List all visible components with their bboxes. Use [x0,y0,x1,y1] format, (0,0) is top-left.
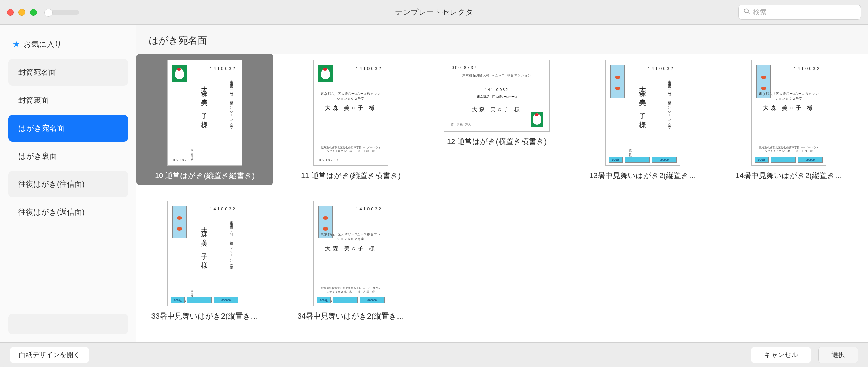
thumb-sender: 依 名 株 理人 [611,147,632,156]
bluebar-right: 000000 [360,297,385,303]
sidebar-placeholder [8,314,128,334]
template-cell[interactable]: 1410032 東京都品川区大崎○ー△ー□ 桜台マンション六〇二号室 大森 美○… [136,54,273,185]
thumb-recipient-address: 東京都品川区大崎○ー△ー□ 桜台マンション六〇二号室 [229,78,234,124]
stamp-icon [531,112,543,127]
template-label: 33暑中見舞いはがき2(縦置き… [151,311,258,321]
bluebar-mid [771,157,796,163]
zoom-window-button[interactable] [30,9,37,16]
thumb-recipient-name: 大森 美○子 様 [752,104,826,112]
sidebar-item-envelope-address[interactable]: 封筒宛名面 [8,59,128,86]
close-window-button[interactable] [7,9,14,16]
thumb-bluebar: 000組 000000 [317,297,385,303]
thumb-recipient-address: 東京都品川区大崎○ー□△ー□ [444,94,549,99]
thumb-bluebar: 000組 000000 [609,157,677,163]
titlebar: テンプレートセレクタ [0,0,868,25]
sidebar-favorites-label: お気に入り [24,39,62,49]
sidebar-item-envelope-back[interactable]: 封筒裏面 [8,87,128,114]
title-slider[interactable] [45,10,79,15]
template-thumb: 1410032 東京都品川区大崎〇ー□△ー□ 桜台マンション６０２号室 大森 美… [313,60,388,166]
thumb-sender-zip: 0608737 [319,158,339,162]
svg-line-1 [748,12,750,14]
bluebar-right: 000000 [798,157,823,163]
thumb-recipient-zip: 1410032 [209,66,236,71]
template-label: 10 通常はがき(縦置き縦書き) [155,171,255,181]
sidebar-item-label: 封筒裏面 [18,95,48,105]
sidebar-item-postcard-address[interactable]: はがき宛名面 [8,115,128,142]
footer: 白紙デザインを開く キャンセル 選択 [0,342,868,367]
template-cell[interactable]: 1410032 東京都品川区大崎〇ー□△ー□ 桜台マンション６０２号室 大森 美… [283,54,419,185]
thumb-bluebar: 000組 000000 [755,157,823,163]
sidebar-item-label: 往復はがき(返信面) [18,207,85,217]
bluebar-right: 000000 [214,297,238,303]
template-cell[interactable]: 060-8737 東京都品川区大崎○－△－□ 桜台マンション 141-0032 … [429,54,565,185]
main-area: ★ お気に入り 封筒宛名面 封筒裏面 はがき宛名面 はがき裏面 往復はがき(往信… [0,25,868,342]
template-grid: 1410032 東京都品川区大崎○ー△ー□ 桜台マンション六〇二号室 大森 美○… [136,54,868,342]
bluebar-left: 000組 [755,157,769,163]
template-cell[interactable]: 1410032 東京都品川区大崎〇ー□△ー□ 桜台マンション６０２号室 大森 美… [721,54,857,185]
sidebar: ★ お気に入り 封筒宛名面 封筒裏面 はがき宛名面 はがき裏面 往復はがき(往信… [0,25,136,342]
sidebar-item-label: 封筒宛名面 [18,67,56,77]
thumb-recipient-name: 大森 美○子 様 [314,104,388,112]
thumb-recipient-name: 大森 美○子 様 [200,81,209,119]
template-thumb: 1410032 東京都品川区大崎〇ー□△ー□ 桜台マンション６０２号室 大森 美… [313,201,388,306]
stamp-icon [318,65,333,82]
template-cell[interactable]: 1410032 東京都品川区大崎○ー△ー□ 桜台マンション六〇二号室 大森 美○… [575,54,711,185]
thumb-top-zip: 060-8737 [452,65,477,70]
template-cell[interactable]: 1410032 東京都品川区大崎○ー△ー□ 桜台マンション六〇二号室 大森 美○… [136,194,273,325]
goldfish-icon [610,65,625,98]
template-label: 14暑中見舞いはがき2(縦置き… [735,171,842,181]
thumb-sender: 北海道札幌市北区北七条西５丁目○○○ ノースウィング１１０２ 宛 名 職 人 様… [752,146,826,153]
thumb-sender: 依 名 株 理人 [173,147,193,156]
svg-point-0 [744,9,749,13]
sidebar-item-label: はがき宛名面 [18,123,64,133]
thumb-recipient-zip: 1410032 [356,66,382,71]
sidebar-favorites[interactable]: ★ お気に入り [8,33,128,58]
bluebar-right: 000000 [652,157,677,163]
thumb-recipient-address: 東京都品川区大崎〇ー□△ー□ 桜台マンション６０２号室 [314,232,388,241]
bluebar-mid [625,157,650,163]
blank-design-button[interactable]: 白紙デザインを開く [10,347,89,363]
thumb-bluebar: 000組 000000 [171,297,238,303]
search-icon [743,8,750,17]
cancel-button[interactable]: キャンセル [751,347,811,363]
bluebar-left: 000組 [171,297,185,303]
template-label: 12 通常はがき(横置き横書き) [447,136,547,147]
bluebar-mid [187,297,212,303]
window-title: テンプレートセレクタ [395,7,473,17]
thumb-recipient-address: 東京都品川区大崎〇ー□△ー□ 桜台マンション６０２号室 [752,92,826,101]
thumb-sender: 依 名 株 理人 [451,123,471,127]
template-label: 11 通常はがき(縦置き横書き) [301,171,401,181]
bluebar-left: 000組 [609,157,623,163]
traffic-lights [7,9,37,16]
bluebar-mid [333,297,358,303]
thumb-sender: 依 名 株 理人 [173,288,193,296]
sidebar-item-postcard-back[interactable]: はがき裏面 [8,143,128,170]
search-input[interactable] [753,8,856,16]
sidebar-item-reply-outgoing[interactable]: 往復はがき(往信面) [8,171,128,197]
thumb-recipient-address: 東京都品川区大崎○ー△ー□ 桜台マンション六〇二号室 [229,219,234,264]
thumb-recipient-zip: 141-0032 [444,88,549,92]
content-panel: はがき宛名面 1410032 東京都品川区大崎○ー△ー□ 桜台マンション六〇二号… [136,25,868,342]
sidebar-item-label: 往復はがき(往信面) [18,179,85,189]
thumb-recipient-name: 大森 美○子 様 [200,221,209,260]
thumb-sender: 北海道札幌市北区北七条西５丁目○○○ ノースウィング１１０２ 宛 名 職 人 様… [314,146,388,153]
star-icon: ★ [12,39,20,49]
template-thumb: 1410032 東京都品川区大崎○ー△ー□ 桜台マンション六〇二号室 大森 美○… [167,60,242,166]
template-cell[interactable]: 1410032 東京都品川区大崎〇ー□△ー□ 桜台マンション６０２号室 大森 美… [283,194,419,325]
template-label: 13暑中見舞いはがき2(縦置き… [589,171,696,181]
template-thumb: 1410032 東京都品川区大崎○ー△ー□ 桜台マンション六〇二号室 大森 美○… [605,60,680,166]
search-box[interactable] [738,5,861,20]
template-thumb: 1410032 東京都品川区大崎○ー△ー□ 桜台マンション六〇二号室 大森 美○… [167,201,242,306]
thumb-recipient-address: 東京都品川区大崎〇ー□△ー□ 桜台マンション６０２号室 [314,92,388,101]
thumb-recipient-name: 大森 美○子 様 [638,81,648,119]
thumb-recipient-zip: 1410032 [209,206,236,211]
thumb-sender: 北海道札幌市北区北七条西５丁目○○○ ノースウィング１１０２ 宛 名 職 人 様… [314,286,388,294]
select-button[interactable]: 選択 [818,347,858,363]
sidebar-item-reply-return[interactable]: 往復はがき(返信面) [8,199,128,225]
bluebar-left: 000組 [317,297,331,303]
minimize-window-button[interactable] [18,9,25,16]
stamp-icon [172,65,187,82]
template-label: 34暑中見舞いはがき2(縦置き… [297,311,404,321]
thumb-recipient-name: 大森 美○子 様 [314,245,388,252]
template-thumb: 060-8737 東京都品川区大崎○－△－□ 桜台マンション 141-0032 … [444,60,550,132]
